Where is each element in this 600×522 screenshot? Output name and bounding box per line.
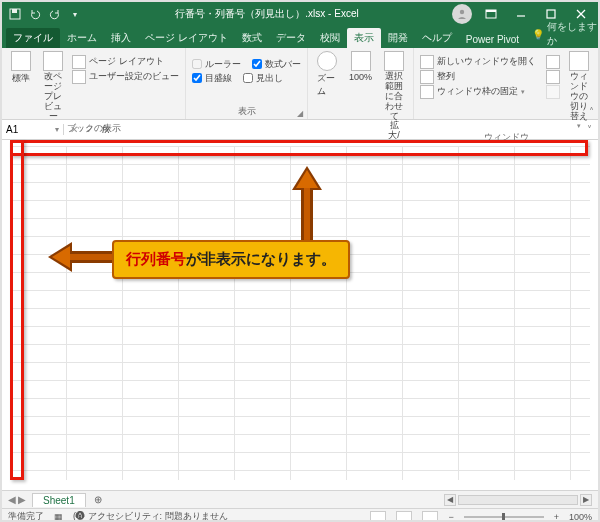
tab-power-pivot[interactable]: Power Pivot (459, 31, 526, 48)
callout-rest: が非表示になります。 (186, 250, 336, 267)
hscroll-track[interactable] (458, 495, 578, 505)
group-label-show: 表示◢ (192, 104, 301, 119)
headings-checkbox[interactable] (243, 73, 253, 83)
custom-views-icon (72, 70, 86, 84)
tab-home[interactable]: ホーム (60, 28, 104, 48)
split-button[interactable] (546, 54, 560, 69)
tab-review[interactable]: 校閲 (313, 28, 347, 48)
title-bar: ▾ 行番号・列番号（列見出し）.xlsx - Excel (2, 2, 598, 26)
group-label-workbook-views: ブックの表示 (8, 121, 179, 136)
svg-point-2 (460, 10, 464, 14)
view-page-layout-icon[interactable] (396, 511, 412, 523)
lightbulb-icon: 💡 (532, 29, 544, 40)
zoom-slider[interactable] (464, 516, 544, 518)
callout-highlight: 行列番号 (126, 250, 186, 267)
account-avatar[interactable] (452, 4, 472, 24)
sheet-area[interactable]: 行列番号が非表示になります。 (2, 140, 598, 490)
tell-me[interactable]: 💡 何をしますか (532, 20, 598, 48)
normal-view-button[interactable]: 標準 (8, 51, 34, 85)
tab-view[interactable]: 表示 (347, 28, 381, 48)
view-page-break-icon[interactable] (422, 511, 438, 523)
arrange-icon (420, 70, 434, 84)
qat-customize-icon[interactable]: ▾ (68, 7, 82, 21)
horizontal-scrollbar[interactable]: ◀ ▶ (110, 494, 598, 506)
formula-bar-checkbox[interactable] (252, 59, 262, 69)
annotation-arrow-up (282, 160, 332, 250)
annotation-highlight-row-headers (10, 140, 24, 480)
page-break-preview-button[interactable]: 改ページ プレビュー (40, 51, 66, 121)
split-icon (546, 55, 560, 69)
annotation-callout: 行列番号が非表示になります。 (112, 240, 350, 279)
page-layout-button[interactable]: ページ レイアウト (72, 54, 179, 69)
group-workbook-views: 標準 改ページ プレビュー ページ レイアウト ユーザー設定のビュー ブックの表… (2, 48, 186, 119)
zoom-selection-icon (384, 51, 404, 71)
hide-button[interactable] (546, 69, 560, 84)
view-normal-icon[interactable] (370, 511, 386, 523)
window-title: 行番号・列番号（列見出し）.xlsx - Excel (82, 7, 452, 21)
status-macro-icon[interactable]: ▦ (54, 512, 63, 522)
group-window: 新しいウィンドウを開く 整列 ウィンドウ枠の固定▾ ウィンドウの 切り替え▾ ウ… (414, 48, 599, 119)
tell-me-label: 何をしますか (547, 20, 598, 48)
normal-view-label: 標準 (12, 72, 30, 85)
status-ready: 準備完了 (8, 510, 44, 522)
new-window-icon (420, 55, 434, 69)
sheet-nav-prev-icon[interactable]: ◀ (8, 494, 16, 505)
switch-windows-icon (569, 51, 589, 71)
zoom-level[interactable]: 100% (569, 512, 592, 522)
page-layout-icon (72, 55, 86, 69)
ribbon: 標準 改ページ プレビュー ページ レイアウト ユーザー設定のビュー ブックの表… (2, 48, 598, 120)
custom-views-button[interactable]: ユーザー設定のビュー (72, 69, 179, 84)
tab-help[interactable]: ヘルプ (415, 28, 459, 48)
unhide-button[interactable] (546, 84, 560, 99)
save-icon[interactable] (8, 7, 22, 21)
zoom-selection-button[interactable]: 選択範囲に合わせて 拡大/縮小 (381, 51, 407, 151)
freeze-icon (420, 85, 434, 99)
unhide-icon (546, 85, 560, 99)
svg-rect-6 (547, 10, 555, 18)
new-sheet-button[interactable]: ⊕ (86, 494, 110, 505)
page-break-icon (43, 51, 63, 71)
tab-page-layout[interactable]: ページ レイアウト (138, 28, 235, 48)
zoom-100-button[interactable]: 100% (346, 51, 375, 82)
annotation-highlight-column-headers (10, 140, 588, 156)
zoom-icon (317, 51, 337, 71)
zoom-out-button[interactable]: − (448, 512, 453, 522)
group-zoom: ズーム 100% 選択範囲に合わせて 拡大/縮小 ズーム (308, 48, 414, 119)
redo-icon[interactable] (48, 7, 62, 21)
zoom-button[interactable]: ズーム (314, 51, 340, 98)
excel-window: ▾ 行番号・列番号（列見出し）.xlsx - Excel ファイル ホーム 挿入… (0, 0, 600, 522)
sheet-tab-bar: ◀ ▶ Sheet1 ⊕ ◀ ▶ (2, 490, 598, 508)
zoom-slider-thumb[interactable] (502, 513, 505, 521)
zoom-in-button[interactable]: + (554, 512, 559, 522)
annotation-arrow-left (42, 232, 122, 282)
collapse-ribbon-icon[interactable]: ˄ (589, 106, 594, 117)
page-break-label: 改ページ プレビュー (43, 72, 63, 121)
normal-view-icon (11, 51, 31, 71)
gridlines-checkbox[interactable] (192, 73, 202, 83)
hscroll-right-icon[interactable]: ▶ (580, 494, 592, 506)
ruler-checkbox[interactable] (192, 59, 202, 69)
svg-rect-1 (12, 9, 17, 13)
hide-icon (546, 70, 560, 84)
tab-file[interactable]: ファイル (6, 28, 60, 48)
switch-windows-button[interactable]: ウィンドウの 切り替え▾ (566, 51, 592, 130)
sheet-tab-sheet1[interactable]: Sheet1 (32, 493, 86, 507)
group-show: ルーラー 数式バー 目盛線 見出し 表示◢ (186, 48, 308, 119)
ribbon-display-options-icon[interactable] (476, 3, 506, 25)
show-launcher-icon[interactable]: ◢ (297, 109, 303, 118)
status-bar: 準備完了 ▦ (🅐 アクセシビリティ: 問題ありません − + 100% (2, 508, 598, 522)
tab-formulas[interactable]: 数式 (235, 28, 269, 48)
zoom-100-icon (351, 51, 371, 71)
arrange-all-button[interactable]: 整列 (420, 69, 536, 84)
tab-data[interactable]: データ (269, 28, 313, 48)
tab-developer[interactable]: 開発 (381, 28, 415, 48)
sheet-nav-next-icon[interactable]: ▶ (18, 494, 26, 505)
tab-insert[interactable]: 挿入 (104, 28, 138, 48)
svg-rect-4 (486, 10, 496, 12)
undo-icon[interactable] (28, 7, 42, 21)
ribbon-tabs: ファイル ホーム 挿入 ページ レイアウト 数式 データ 校閲 表示 開発 ヘル… (2, 26, 598, 48)
new-window-button[interactable]: 新しいウィンドウを開く (420, 54, 536, 69)
hscroll-left-icon[interactable]: ◀ (444, 494, 456, 506)
status-accessibility[interactable]: (🅐 アクセシビリティ: 問題ありません (73, 510, 228, 522)
freeze-panes-button[interactable]: ウィンドウ枠の固定▾ (420, 84, 536, 99)
